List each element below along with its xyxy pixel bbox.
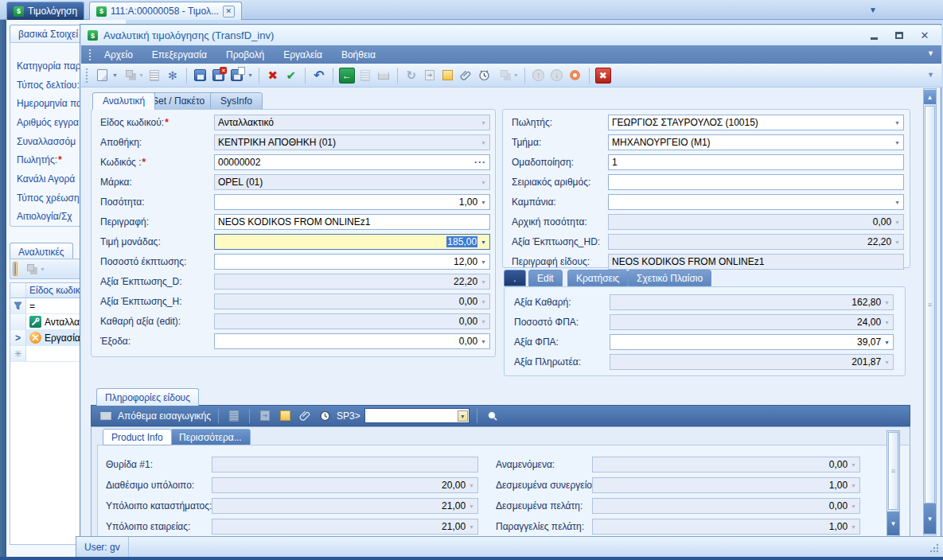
chevron-down-icon[interactable]: ▼ (481, 180, 486, 185)
help-button[interactable] (567, 68, 583, 84)
reserved-customer-field[interactable]: 0,00▼ (592, 498, 860, 514)
store-balance-field[interactable]: 21,00▼ (212, 498, 478, 514)
warehouse-field[interactable]: ΚΕΝΤΡΙΚΗ ΑΠΟΘΗΚΗ (01)▼ (214, 134, 490, 150)
save-button[interactable] (193, 68, 208, 84)
scrollbar-thumb[interactable]: ≡ (925, 106, 935, 504)
print-button-disabled[interactable] (376, 68, 392, 84)
duplicate-button-disabled[interactable] (495, 68, 511, 84)
chevron-down-icon[interactable]: ▼ (894, 200, 900, 205)
tab-lines[interactable]: Αναλυτικές (10, 243, 73, 260)
description-field[interactable]: NEOS KODIKOS FROM ONLINEz1 (214, 214, 490, 230)
chevron-down-icon[interactable]: ▼ (481, 259, 486, 265)
refresh-button[interactable]: ↻ (403, 68, 419, 84)
minimize-icon[interactable] (865, 29, 883, 42)
chevron-down-icon[interactable]: ▼ (481, 339, 486, 344)
scroll-down-icon[interactable]: ▼ (924, 504, 936, 534)
export-button-disabled[interactable]: ➔ (257, 408, 273, 424)
copy-button-disabled[interactable] (226, 408, 242, 424)
item-description-field[interactable]: NEOS KODIKOS FROM ONLINEz1 (608, 254, 904, 270)
confirm-button[interactable]: ✔ (283, 68, 299, 84)
attachment-button[interactable] (458, 68, 474, 84)
product-panel-scrollbar[interactable]: ≡ ▼ (886, 430, 900, 537)
chevron-down-icon[interactable]: ▼ (884, 340, 890, 345)
resize-grip-icon[interactable] (929, 542, 940, 554)
chevron-down-icon[interactable]: ▼ (894, 120, 900, 126)
tab-basic-info[interactable]: βασικά Στοιχεί (10, 25, 87, 42)
chevron-down-icon[interactable]: ▼ (112, 72, 118, 78)
brand-field[interactable]: OPEL (01)▼ (214, 174, 490, 190)
payable-value-field[interactable]: 201,87▼ (610, 354, 894, 370)
maximize-icon[interactable] (890, 29, 908, 42)
save-close-button[interactable]: ✕ (211, 68, 227, 84)
company-balance-field[interactable]: 21,00▼ (212, 519, 478, 535)
ellipsis-lookup-icon[interactable]: ··· (474, 157, 486, 168)
quantity-field[interactable]: 1,00▼ (214, 194, 490, 210)
notes-button[interactable] (440, 68, 456, 84)
cancel-button[interactable]: ✖ (265, 68, 281, 84)
export-button[interactable]: ➔ (422, 68, 438, 84)
scrollbar-thumb[interactable]: ≡ (888, 432, 898, 510)
expected-field[interactable]: 0,00▼ (592, 457, 860, 472)
seller-field[interactable]: ΓΕΩΡΓΙΟΣ ΣΤΑΥΡΟΥΛΟΣ (10015)▼ (608, 115, 904, 130)
tab-sysinfo[interactable]: SysInfo (210, 92, 263, 110)
close-window-button[interactable]: ✖ (595, 68, 611, 84)
department-field[interactable]: ΜΗΧΑΝΟΥΡΓΕΙΟ (M1)▼ (608, 134, 904, 150)
tab-more[interactable]: Περισσότερα... (170, 429, 251, 445)
chevron-down-icon[interactable]: ▼ (894, 140, 900, 146)
filter-funnel-icon[interactable] (10, 298, 26, 313)
available-balance-field[interactable]: 20,00▼ (212, 477, 478, 493)
tab-withholdings[interactable]: Κρατήσεις (567, 270, 628, 286)
unit-price-field[interactable]: 185,00▼ (214, 234, 490, 250)
attachment-button[interactable] (297, 408, 313, 424)
scroll-down-icon[interactable]: ▼ (887, 511, 899, 535)
tab-invoicing[interactable]: $ Τιμολόγηση (6, 2, 84, 20)
bin-1-field[interactable] (212, 457, 478, 472)
close-icon[interactable]: ✕ (916, 29, 933, 42)
copy-line-button[interactable] (21, 261, 37, 277)
sp3-input[interactable]: ▾ (364, 408, 470, 423)
customer-orders-field[interactable]: 1,00▼ (592, 519, 860, 535)
initial-quantity-field[interactable]: 0,00▼ (608, 214, 904, 230)
paste-icon[interactable]: ▾ (458, 410, 468, 422)
code-field[interactable]: 00000002··· (214, 154, 490, 170)
vat-value-field[interactable]: 39,07▼ (610, 334, 894, 350)
tab-product-information[interactable]: Πληροφορίες είδους (96, 388, 199, 406)
tab-invoice-document[interactable]: $ 111:A:00000058 - Τιμολ... ✕ (89, 2, 242, 20)
navigate-back-button[interactable]: ← (339, 68, 355, 84)
discount-value-d-field[interactable]: 22,20▼ (214, 274, 490, 290)
close-tab-icon[interactable]: ✕ (223, 6, 235, 18)
menu-help[interactable]: Βοήθεια (332, 47, 385, 63)
tab-detail[interactable]: Αναλυτική (92, 92, 155, 110)
chevron-down-icon[interactable]: ▼ (481, 140, 486, 146)
net-value-field[interactable]: 162,80▼ (610, 294, 894, 310)
search-button[interactable] (485, 408, 501, 424)
toolbar-grip[interactable] (86, 68, 88, 83)
menu-file[interactable]: Αρχείο (95, 47, 142, 63)
new-document-button[interactable] (94, 68, 110, 84)
discount-value-hd-field[interactable]: 22,20▼ (608, 234, 904, 250)
clock-button[interactable] (477, 68, 493, 84)
copy-button-disabled[interactable] (120, 68, 136, 84)
menubar-overflow-icon[interactable]: ▼ (927, 49, 934, 57)
new-line-button[interactable] (13, 262, 18, 276)
menubar-grip[interactable] (89, 49, 92, 60)
dialog-scrollbar[interactable]: ▲ ≡ ▼ (923, 88, 937, 535)
net-value-edit-field[interactable]: 0,00▼ (214, 313, 490, 329)
undo-button[interactable]: ↶ (311, 68, 327, 84)
discount-value-h-field[interactable]: 0,00▼ (214, 294, 490, 309)
tab-product-info[interactable]: Product Info (103, 429, 172, 445)
chevron-down-icon[interactable]: ▼ (481, 200, 486, 205)
tab-dot[interactable]: . (504, 270, 526, 286)
chevron-down-icon[interactable]: ▼ (247, 72, 253, 78)
save-new-button[interactable] (229, 68, 245, 84)
scroll-up-icon[interactable]: ▲ (924, 90, 936, 104)
item-type-field[interactable]: Ανταλλακτικό▼ (214, 115, 490, 130)
menu-view[interactable]: Προβολή (216, 47, 274, 63)
tab-related-frame[interactable]: Σχετικό Πλαίσιο (628, 270, 711, 286)
chevron-down-icon[interactable]: ▼ (481, 120, 486, 126)
expenses-field[interactable]: 0,00▼ (214, 333, 490, 349)
discount-percent-field[interactable]: 12,00▼ (214, 254, 490, 270)
menu-edit[interactable]: Επεξεργασία (142, 47, 216, 63)
serial-number-field[interactable] (608, 174, 904, 190)
import-stock-label[interactable]: Απόθεμα εισαγωγικής (118, 410, 211, 422)
